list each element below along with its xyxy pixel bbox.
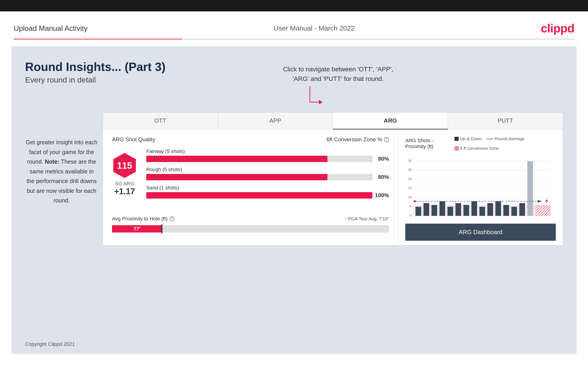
proximity-cursor: [162, 224, 163, 234]
legend-6ft-zone: 6 ft conversion zone: [455, 146, 499, 151]
svg-text:8: 8: [545, 199, 548, 203]
legend-up-down: Up & Down: [455, 136, 482, 141]
legend-round-avg: Round Average: [486, 136, 525, 141]
upload-label: Upload Manual Activity: [14, 24, 88, 33]
legend-square-icon: [455, 137, 459, 141]
svg-text:0: 0: [410, 214, 412, 217]
svg-rect-30: [503, 205, 509, 216]
clippd-logo: clippd: [541, 21, 574, 35]
proximity-info-icon[interactable]: ?: [169, 216, 174, 221]
copyright: Copyright Clippd 2021: [25, 341, 75, 347]
proximity-header: Avg Proximity to Hole (ft) ? ↑ PGA Tour …: [112, 216, 389, 222]
svg-text:15: 15: [408, 186, 412, 190]
proximity-bar-track: 77': [112, 225, 389, 233]
info-icon[interactable]: ?: [384, 137, 389, 142]
panel-row-header: ARG Shot Quality 6ft Conversion Zone % ?: [112, 136, 389, 143]
header-center-label: User Manual - March 2022: [274, 24, 355, 32]
right-panel: ARG Shots - Proximity (ft) Up & Down Rou…: [398, 129, 563, 245]
svg-text:30: 30: [408, 159, 412, 163]
header: Upload Manual Activity User Manual - Mar…: [0, 11, 588, 39]
sg-value: +1.17: [114, 187, 135, 196]
svg-rect-23: [448, 207, 453, 216]
main-content: Round Insights... (Part 3) Every round i…: [11, 46, 577, 354]
svg-rect-26: [471, 201, 477, 216]
svg-text:20: 20: [408, 177, 412, 181]
legend-hatched-icon: [455, 146, 459, 150]
svg-rect-33: [527, 161, 533, 216]
tab-ott[interactable]: OTT: [103, 113, 218, 129]
bar-fairway: Fairway (5 shots) 80%: [146, 148, 389, 162]
svg-rect-27: [479, 207, 485, 216]
bar-rough: Rough (5 shots) 80%: [146, 167, 389, 180]
hex-sg-container: 115 SG ARG +1.17: [112, 153, 137, 196]
bar-sand: Sand (1 shots) 100%: [146, 185, 389, 199]
svg-rect-21: [432, 205, 437, 216]
svg-rect-28: [487, 203, 493, 216]
bar-fill-fairway: [146, 156, 328, 162]
svg-rect-34: [535, 205, 550, 216]
left-info-text: Get greater insight into each facet of y…: [25, 137, 98, 205]
panel-body: ARG Shot Quality 6ft Conversion Zone % ?…: [103, 129, 563, 245]
annotation-text: Click to navigate between 'OTT', 'APP', …: [283, 65, 393, 84]
chart-title: ARG Shots - Proximity (ft): [405, 138, 455, 150]
svg-marker-36: [413, 200, 416, 202]
chart-header: ARG Shots - Proximity (ft) Up & Down Rou…: [405, 136, 556, 151]
tab-bar: OTT APP ARG PUTT: [103, 113, 563, 129]
annotation-arrow: [303, 86, 326, 114]
svg-marker-2: [319, 100, 322, 104]
chart-area: 0 5 10 15 20 25 30: [405, 155, 556, 220]
svg-text:25: 25: [408, 168, 412, 172]
tab-putt[interactable]: PUTT: [448, 113, 563, 129]
header-divider: [14, 39, 574, 39]
arg-dashboard-button[interactable]: ARG Dashboard: [405, 224, 556, 241]
chart-legend: Up & Down Round Average 6 ft conversion …: [455, 136, 556, 151]
header-left: Upload Manual Activity: [14, 24, 88, 33]
svg-rect-29: [495, 201, 501, 216]
conversion-label: 6ft Conversion Zone % ?: [327, 136, 389, 143]
proximity-label: Avg Proximity to Hole (ft) ?: [112, 216, 174, 222]
svg-rect-22: [440, 201, 445, 216]
left-panel: ARG Shot Quality 6ft Conversion Zone % ?…: [103, 129, 398, 245]
shot-quality-label: ARG Shot Quality: [112, 136, 155, 143]
hex-badge: 115: [112, 153, 137, 178]
pga-avg: ↑ PGA Tour Avg: 7'10": [345, 216, 389, 222]
svg-marker-37: [537, 200, 542, 203]
top-bar: [0, 0, 588, 11]
tab-arg[interactable]: ARG: [333, 113, 448, 129]
sg-label: SG ARG: [115, 181, 134, 187]
bar-fill-sand: [146, 192, 372, 199]
proximity-bar-fill: 77': [112, 225, 162, 233]
svg-rect-19: [415, 207, 421, 216]
svg-rect-20: [424, 203, 429, 216]
svg-text:5: 5: [410, 204, 412, 208]
note-label: Note:: [45, 158, 60, 165]
legend-dashed-icon: [486, 139, 493, 139]
svg-rect-32: [519, 203, 525, 216]
bars-container: Fairway (5 shots) 80% Rough (5 shots): [146, 148, 389, 203]
arg-chart: 0 5 10 15 20 25 30: [405, 155, 556, 219]
proximity-section: Avg Proximity to Hole (ft) ? ↑ PGA Tour …: [112, 211, 389, 233]
svg-rect-25: [463, 205, 469, 216]
svg-rect-24: [455, 203, 461, 216]
bar-fill-rough: [146, 174, 328, 180]
svg-text:10: 10: [408, 195, 412, 199]
svg-rect-31: [511, 207, 517, 216]
dashboard-panel: OTT APP ARG PUTT ARG Shot Quality 6ft Co…: [103, 112, 563, 245]
tab-app[interactable]: APP: [218, 113, 333, 129]
